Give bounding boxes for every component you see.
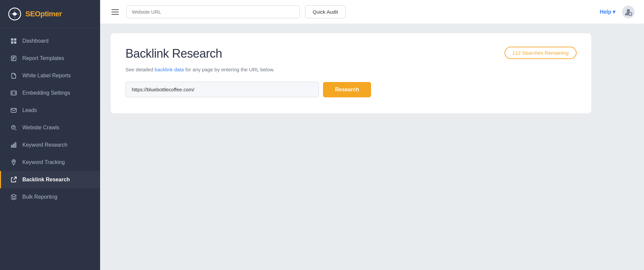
external-link-icon [10,176,17,183]
subtitle: See detailed backlink data for any page … [125,67,577,72]
file-icon [10,72,17,79]
help-label: Help [600,9,611,15]
sidebar-item-bulk-reporting[interactable]: Bulk Reporting [0,188,100,206]
bar-chart-icon [10,142,17,148]
svg-rect-10 [11,145,12,147]
chevron-down-icon: ▾ [613,9,615,15]
sidebar-item-dashboard[interactable]: Dashboard [0,32,100,50]
url-input-wrapper [126,5,300,18]
pin-icon [10,159,17,166]
logo: SEOptimer [0,0,100,28]
help-button[interactable]: Help ▾ [600,9,615,15]
logo-icon [8,7,21,21]
search-circle-icon [10,124,17,131]
sidebar-item-website-crawls-label: Website Crawls [22,125,59,131]
layers-icon [10,194,17,200]
backlink-data-link[interactable]: backlink data [155,67,184,72]
hamburger-icon [111,9,119,15]
sidebar-item-white-label-reports[interactable]: White Label Reports [0,67,100,84]
research-button[interactable]: Research [323,82,371,97]
svg-point-9 [12,126,15,129]
sidebar-item-embedding-settings[interactable]: Embedding Settings [0,84,100,102]
svg-rect-5 [14,41,16,44]
sidebar-item-backlink-research-label: Backlink Research [22,177,70,183]
card-header: Backlink Research 112 Searches Remaining [125,47,577,61]
mail-icon [10,107,17,114]
sidebar-navigation: Dashboard Report Templates White Label R… [0,28,100,270]
subtitle-text: See detailed [125,67,155,72]
svg-rect-3 [14,38,16,41]
sidebar-item-leads-label: Leads [22,107,37,113]
svg-rect-12 [15,143,16,147]
sidebar-item-bulk-reporting-label: Bulk Reporting [22,194,57,200]
search-row: Research [125,82,577,97]
backlink-url-input[interactable] [125,82,319,97]
website-url-input[interactable] [126,5,300,18]
page-title: Backlink Research [125,47,222,61]
user-avatar[interactable] [622,6,635,18]
sidebar-item-keyword-research[interactable]: Keyword Research [0,136,100,154]
sidebar: SEOptimer Dashboard Report Templates Whi… [0,0,100,270]
sidebar-item-dashboard-label: Dashboard [22,38,48,44]
content-area: Backlink Research 112 Searches Remaining… [100,24,644,270]
sidebar-item-leads[interactable]: Leads [0,102,100,119]
svg-rect-2 [11,38,13,41]
searches-remaining-badge: 112 Searches Remaining [505,47,577,59]
sidebar-item-report-templates[interactable]: Report Templates [0,50,100,67]
sidebar-item-embedding-settings-label: Embedding Settings [22,90,70,96]
main-area: Quick Audit Help ▾ Backlink Research 112… [100,0,644,270]
svg-point-14 [627,9,630,12]
sidebar-item-keyword-research-label: Keyword Research [22,142,67,148]
sidebar-item-backlink-research[interactable]: Backlink Research [0,171,100,188]
sidebar-item-report-templates-label: Report Templates [22,55,64,61]
sidebar-item-white-label-reports-label: White Label Reports [22,73,71,79]
sidebar-item-website-crawls[interactable]: Website Crawls [0,119,100,136]
user-icon [624,8,633,16]
svg-point-13 [13,161,14,162]
topbar: Quick Audit Help ▾ [100,0,644,24]
embed-icon [10,90,17,96]
grid-icon [10,38,17,44]
sidebar-item-keyword-tracking[interactable]: Keyword Tracking [0,154,100,171]
hamburger-button[interactable] [109,7,121,17]
edit-icon [10,55,17,62]
sidebar-item-keyword-tracking-label: Keyword Tracking [22,159,65,165]
subtitle-rest: for any page by entering the URL below. [184,67,274,72]
logo-text: SEOptimer [25,10,62,18]
quick-audit-button[interactable]: Quick Audit [305,5,346,18]
svg-rect-4 [11,41,13,44]
main-card: Backlink Research 112 Searches Remaining… [111,33,591,113]
topbar-right: Help ▾ [600,6,635,18]
svg-rect-11 [13,144,14,147]
